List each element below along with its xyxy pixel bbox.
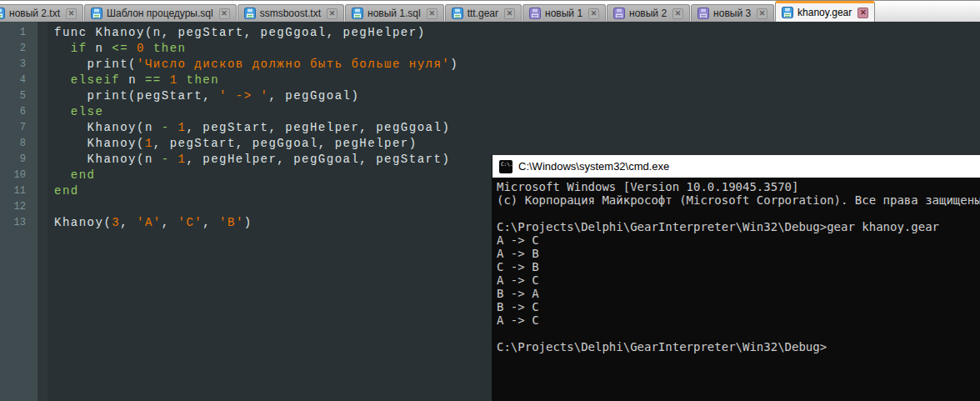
code-text: print('Число дисков должно быть больше н… (38, 57, 458, 73)
code-line: 2 if n <= 0 then (0, 41, 980, 57)
tab[interactable]: Шаблон процедуры.sql✕ (84, 4, 237, 22)
line-number: 8 (0, 136, 38, 152)
tab[interactable]: khanoy.gear✕ (775, 1, 875, 22)
close-tab-button[interactable]: ✕ (672, 8, 683, 19)
floppy-purple-icon (698, 8, 709, 19)
cmd-window: C:\. C:\Windows\system32\cmd.exe Microso… (492, 155, 980, 401)
code-line: 6 else (0, 104, 980, 120)
tab[interactable]: новый 2.txt✕ (0, 4, 83, 22)
close-icon: ✕ (507, 10, 513, 18)
cmd-title-bar[interactable]: C:\. C:\Windows\system32\cmd.exe (492, 155, 980, 178)
line-number: 13 (0, 215, 38, 231)
code-line: 1func Khanoy(n, pegStart, pegGgoal, pegH… (0, 25, 980, 41)
code-line: 3 print('Число дисков должно быть больше… (0, 57, 980, 73)
console-line: A -> C (497, 313, 980, 327)
close-icon: ✕ (221, 10, 228, 18)
close-icon: ✕ (860, 9, 867, 17)
tab[interactable]: ttt.gear✕ (445, 4, 522, 22)
close-icon: ✕ (68, 10, 75, 18)
console-line: C:\Projects\Delphi\GearInterpreter\Win32… (497, 220, 980, 233)
app-screen: новый 2.txt✕Шаблон процедуры.sql✕ssmsboo… (0, 0, 980, 401)
line-number: 12 (0, 199, 38, 215)
console-line: Microsoft Windows [Version 10.0.19045.35… (497, 180, 980, 193)
console-line: A -> C (497, 233, 980, 247)
console-line: C:\Projects\Delphi\GearInterpreter\Win32… (497, 340, 980, 353)
code-line: 4 elseif n == 1 then (0, 73, 980, 88)
close-icon: ✕ (675, 10, 682, 18)
line-number: 11 (0, 183, 38, 199)
cmd-icon-label: C:\. (501, 162, 512, 167)
code-text: else (38, 104, 103, 120)
code-text: end (38, 183, 79, 199)
code-text: Khanoy(n - 1, pegHelper, pegGgoal, pegSt… (38, 152, 450, 168)
line-number: 4 (0, 73, 38, 88)
line-number: 3 (0, 57, 38, 73)
floppy-purple-icon (529, 8, 541, 19)
close-tab-button[interactable]: ✕ (858, 8, 868, 18)
floppy-blue-icon (244, 8, 256, 19)
floppy-blue-icon (352, 8, 363, 19)
close-icon: ✕ (759, 10, 766, 18)
close-tab-button[interactable]: ✕ (327, 8, 338, 19)
code-text: print(pegStart, ' -> ', pegGgoal) (38, 88, 359, 104)
console-line (497, 327, 980, 340)
cmd-console[interactable]: Microsoft Windows [Version 10.0.19045.35… (492, 178, 980, 401)
code-text: end (38, 168, 96, 183)
floppy-purple-icon (613, 8, 625, 19)
code-text: Khanoy(n - 1, pegStart, pegHelper, pegGg… (38, 120, 450, 136)
tab[interactable]: новый 1.sql✕ (345, 4, 444, 22)
close-tab-button[interactable]: ✕ (757, 8, 768, 19)
line-number: 9 (0, 152, 38, 168)
close-tab-button[interactable]: ✕ (504, 8, 515, 19)
tab[interactable]: новый 3✕ (691, 4, 774, 22)
code-line: 8 Khanoy(1, pegStart, pegGgoal, pegHelpe… (0, 136, 980, 152)
floppy-blue-icon (0, 8, 5, 19)
tab-bar: новый 2.txt✕Шаблон процедуры.sql✕ssmsboo… (0, 0, 980, 22)
cmd-title: C:\Windows\system32\cmd.exe (518, 160, 669, 173)
floppy-blue-icon (91, 8, 102, 19)
cmd-icon[interactable]: C:\. (499, 160, 512, 173)
floppy-blue-icon (452, 8, 463, 19)
console-line: B -> A (497, 287, 980, 300)
close-icon: ✕ (428, 10, 435, 18)
code-line: 5 print(pegStart, ' -> ', pegGgoal) (0, 88, 980, 104)
line-number: 2 (0, 41, 38, 57)
close-tab-button[interactable]: ✕ (66, 8, 77, 19)
code-line: 7 Khanoy(n - 1, pegStart, pegHelper, peg… (0, 120, 980, 136)
console-line: B -> C (497, 300, 980, 313)
code-text: elseif n == 1 then (38, 73, 219, 88)
code-text: func Khanoy(n, pegStart, pegGgoal, pegHe… (38, 25, 426, 41)
tab[interactable]: новый 1✕ (522, 4, 606, 22)
tab-label: новый 1.sql (368, 8, 421, 19)
console-line: (c) Корпорация Майкрософт (Microsoft Cor… (497, 193, 980, 207)
tab-label: новый 2 (629, 8, 667, 19)
console-line: C -> B (497, 260, 980, 273)
line-number: 1 (0, 25, 38, 41)
floppy-blue-icon (782, 7, 793, 18)
line-number: 6 (0, 104, 38, 120)
tab-label: khanoy.gear (798, 7, 852, 18)
tab-label: ssmsboost.txt (260, 8, 321, 19)
close-tab-button[interactable]: ✕ (219, 8, 230, 19)
console-line: A -> B (497, 247, 980, 260)
code-text: Khanoy(3, 'A', 'C', 'B') (38, 215, 252, 231)
code-text: Khanoy(1, pegStart, pegGgoal, pegHelper) (38, 136, 418, 152)
tab[interactable]: ssmsboost.txt✕ (238, 4, 344, 22)
close-icon: ✕ (329, 10, 336, 18)
line-number: 5 (0, 88, 38, 104)
line-number: 7 (0, 120, 38, 136)
close-icon: ✕ (591, 10, 598, 18)
tab-label: ttt.gear (468, 8, 498, 19)
tab[interactable]: новый 2✕ (607, 4, 690, 22)
close-tab-button[interactable]: ✕ (588, 8, 599, 19)
tab-label: новый 3 (713, 8, 751, 19)
tab-label: новый 2.txt (9, 8, 60, 19)
code-text: if n <= 0 then (38, 41, 186, 57)
console-line (497, 207, 980, 220)
line-number: 10 (0, 168, 38, 183)
code-text (38, 199, 54, 215)
close-tab-button[interactable]: ✕ (427, 8, 438, 19)
tab-label: Шаблон процедуры.sql (107, 8, 213, 19)
console-line: A -> C (497, 273, 980, 287)
tab-label: новый 1 (545, 8, 582, 19)
